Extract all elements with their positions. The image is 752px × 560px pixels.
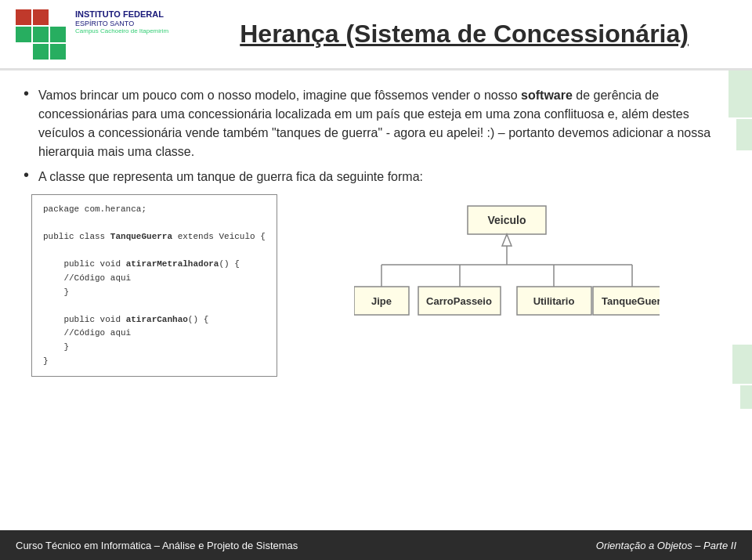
- institute-campus: Campus Cachoeiro de Itapemirim: [75, 27, 168, 35]
- institute-name: INSTITUTO FEDERAL: [75, 9, 168, 20]
- code-line: }: [43, 355, 266, 369]
- code-line: package com.heranca;: [43, 203, 266, 217]
- code-line: }: [43, 286, 266, 300]
- logo-cell: [33, 44, 49, 60]
- footer-right: Orientação a Objetos – Parte II: [596, 540, 736, 551]
- bullet-dot-2: •: [24, 166, 29, 184]
- code-line: public void atirarMetralhadora() {: [43, 258, 266, 272]
- uml-diagram: Veiculo Jipe: [293, 194, 721, 377]
- title-area: Herança (Sistema de Concessionária): [192, 20, 736, 49]
- deco-rect-3: [732, 345, 752, 384]
- logo-text: INSTITUTO FEDERAL ESPÍRITO SANTO Campus …: [72, 9, 168, 36]
- code-line: public void atirarCanhao() {: [43, 313, 266, 327]
- svg-text:Utilitario: Utilitario: [533, 295, 575, 307]
- logo-cell: [50, 27, 66, 42]
- logo-row-3: [16, 44, 66, 60]
- logo-cell: [50, 9, 66, 25]
- logo-cell: [16, 27, 31, 42]
- content-area: • Vamos brincar um pouco com o nosso mod…: [0, 70, 752, 385]
- logo-cell: [16, 9, 31, 25]
- deco-right: [732, 345, 752, 409]
- code-line: //Código aqui: [43, 272, 266, 286]
- code-line: [43, 217, 266, 231]
- deco-rect-4: [740, 385, 752, 409]
- code-line: }: [43, 341, 266, 355]
- logo-cell: [50, 44, 66, 60]
- deco-rect-1: [728, 70, 752, 117]
- institute-sub: ESPÍRITO SANTO: [75, 20, 168, 28]
- svg-text:TanqueGuerra: TanqueGuerra: [602, 295, 660, 307]
- logo-cell: [33, 27, 49, 42]
- code-line: public class TanqueGuerra extends Veicul…: [43, 230, 266, 244]
- page-title: Herança (Sistema de Concessionária): [192, 20, 736, 49]
- diagram-area: package com.heranca; public class Tanque…: [24, 194, 728, 377]
- logo-area: INSTITUTO FEDERAL ESPÍRITO SANTO Campus …: [16, 9, 168, 60]
- uml-parent-label: Veiculo: [487, 214, 526, 226]
- bullet-text-1: Vamos brincar um pouco com o nosso model…: [38, 86, 728, 161]
- logo-info: INSTITUTO FEDERAL ESPÍRITO SANTO Campus …: [16, 9, 168, 60]
- code-line: //Código aqui: [43, 327, 266, 341]
- logo-cell: [16, 44, 31, 60]
- logo-row-2: [16, 27, 66, 42]
- logo-row-1: [16, 9, 66, 25]
- bullet-text-2: A classe que representa um tanque de gue…: [38, 168, 423, 186]
- svg-text:CarroPasseio: CarroPasseio: [426, 295, 492, 307]
- footer-left: Curso Técnico em Informática – Análise e…: [16, 540, 298, 551]
- code-line: [43, 299, 266, 313]
- svg-marker-3: [502, 234, 512, 246]
- code-line: [43, 244, 266, 258]
- bullet-item-2: • A classe que representa um tanque de g…: [24, 168, 728, 186]
- svg-text:Jipe: Jipe: [371, 295, 392, 307]
- logo-grid: [16, 9, 66, 60]
- uml-svg: Veiculo Jipe: [354, 202, 660, 374]
- code-block: package com.heranca; public class Tanque…: [31, 194, 277, 377]
- deco-rect-2: [736, 119, 752, 150]
- logo-cell: [33, 9, 49, 25]
- header: INSTITUTO FEDERAL ESPÍRITO SANTO Campus …: [0, 0, 752, 70]
- bullet-dot-1: •: [24, 85, 29, 103]
- bullet-item-1: • Vamos brincar um pouco com o nosso mod…: [24, 86, 728, 161]
- deco-top-right: [728, 70, 752, 150]
- footer: Curso Técnico em Informática – Análise e…: [0, 530, 752, 560]
